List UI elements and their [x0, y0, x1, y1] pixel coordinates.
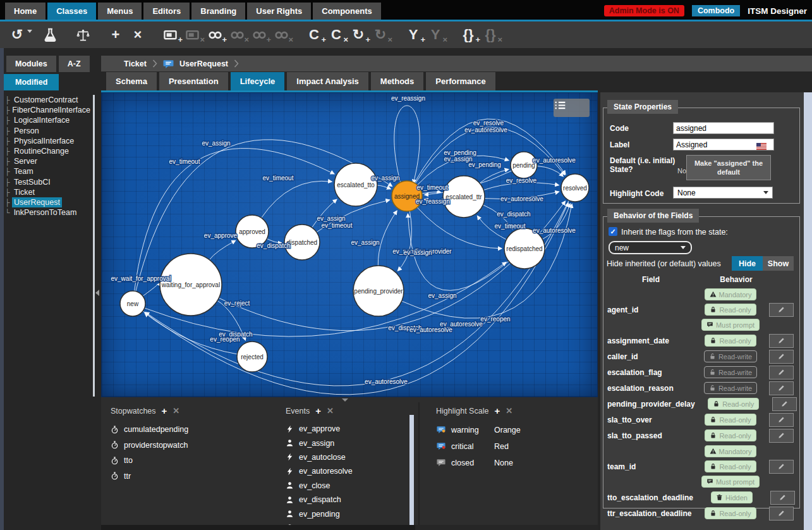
- link-add-button[interactable]: +: [205, 25, 224, 45]
- brand-badge[interactable]: Combodo: [692, 5, 740, 16]
- tab-presentation[interactable]: Presentation: [159, 72, 228, 90]
- transition-new-waiting_for_approval[interactable]: [143, 285, 157, 296]
- transition-escalated_tto-assigned[interactable]: [377, 185, 391, 189]
- edit-flags-button-team_id[interactable]: [769, 460, 794, 474]
- breadcrumb-current[interactable]: UserRequest: [179, 59, 228, 68]
- right-panel-scrollbar[interactable]: [804, 92, 812, 530]
- add-event-button[interactable]: +: [315, 405, 321, 416]
- transition-pending_provider-resolved[interactable]: [402, 204, 573, 319]
- remove-event-button[interactable]: ✕: [327, 406, 334, 416]
- top-tab-menus[interactable]: Menus: [98, 3, 142, 20]
- stopwatch-item-cumulatedpending[interactable]: cumulatedpending: [111, 422, 188, 438]
- sidebar-collapse-handle[interactable]: [95, 290, 99, 296]
- class-item-team[interactable]: ├Team: [5, 166, 92, 176]
- stopwatch-item-tto[interactable]: tto: [111, 453, 188, 469]
- braces-add-button[interactable]: {}+: [459, 25, 478, 45]
- inherit-flags-checkbox[interactable]: ✓: [609, 227, 617, 236]
- event-item-ev_assign[interactable]: ev_assign: [286, 436, 373, 450]
- sidebar-tab-modified[interactable]: Modified: [4, 74, 59, 90]
- delete-button[interactable]: ×: [128, 25, 147, 45]
- transition-waiting_for_approval-approved[interactable]: [209, 240, 235, 259]
- highlight-code-select[interactable]: None: [673, 187, 773, 199]
- remove-highlight-button[interactable]: ✕: [506, 406, 512, 416]
- horizontal-scroll-track[interactable]: [101, 525, 415, 530]
- transition-approved-escalated_tto[interactable]: [262, 181, 332, 218]
- add-button[interactable]: +: [106, 25, 125, 45]
- event-item-ev_dispatch[interactable]: ev_dispatch: [286, 493, 373, 507]
- stopwatch-item-providerstopwatch[interactable]: providerstopwatch: [111, 438, 188, 453]
- event-item-ev_pending[interactable]: ev_pending: [286, 507, 373, 521]
- transition-escalated_ttr-pending[interactable]: [480, 169, 509, 183]
- class-item-routinechange[interactable]: ├RoutineChange: [5, 146, 92, 156]
- diagram-collapse-strip[interactable]: [101, 397, 598, 402]
- event-item-ev_approve[interactable]: ev_approve: [286, 422, 373, 436]
- lifecycle-add-button[interactable]: ↻+: [349, 25, 368, 45]
- edit-flags-button-pending_provider_delay[interactable]: [772, 397, 797, 411]
- transition-pending-resolved[interactable]: [537, 166, 563, 177]
- edit-flags-button-ttr_escalation_deadline[interactable]: [769, 507, 794, 521]
- diagram-menu-button[interactable]: [554, 99, 590, 117]
- edit-flags-button-tto_escalation_deadline[interactable]: [770, 491, 795, 505]
- code-input[interactable]: [673, 122, 774, 134]
- class-item-lnkpersontoteam[interactable]: └lnkPersonToTeam: [5, 207, 92, 218]
- class-add-button[interactable]: C+: [305, 25, 324, 45]
- us-flag-icon[interactable]: [756, 141, 767, 148]
- transition-self-assigned[interactable]: [394, 106, 420, 183]
- tab-lifecycle[interactable]: Lifecycle: [231, 72, 285, 90]
- transition-assigned-resolved[interactable]: [415, 127, 565, 183]
- tab-performance[interactable]: Performance: [426, 72, 495, 90]
- events-scrollbar[interactable]: [409, 415, 414, 525]
- edit-flags-button-escalation_flag[interactable]: [769, 366, 794, 379]
- class-item-testsubci[interactable]: ├TestSubCI: [5, 177, 92, 187]
- inherit-state-select[interactable]: new: [609, 241, 692, 254]
- make-default-button[interactable]: Make "assigned" the default: [686, 155, 771, 180]
- event-item-ev_autoresolve[interactable]: ev_autoresolve: [286, 464, 373, 478]
- top-tab-classes[interactable]: Classes: [47, 3, 96, 20]
- sidebar-scrollbar[interactable]: [93, 95, 95, 397]
- transition-assigned-pending_provider[interactable]: [397, 211, 411, 271]
- add-highlight-button[interactable]: +: [494, 405, 500, 416]
- lifecycle-diagram[interactable]: newwaiting_for_approvalapproveddispatche…: [101, 92, 598, 397]
- top-tab-components[interactable]: Components: [313, 3, 380, 20]
- top-tab-editors[interactable]: Editors: [143, 3, 190, 20]
- tab-methods[interactable]: Methods: [371, 72, 423, 90]
- stopwatch-item-ttr[interactable]: ttr: [111, 469, 188, 484]
- tab-impact-analysis[interactable]: Impact Analysis: [287, 72, 368, 90]
- highlight-item-warning[interactable]: warningOrange: [436, 422, 521, 438]
- top-tab-home[interactable]: Home: [5, 3, 45, 20]
- event-item-ev_autoclose[interactable]: ev_autoclose: [286, 450, 373, 464]
- edit-flags-button-sla_tto_passed[interactable]: [769, 429, 794, 443]
- remove-stopwatch-button[interactable]: ✕: [173, 406, 179, 416]
- class-item-server[interactable]: ├Server: [5, 156, 92, 166]
- undo-button[interactable]: ↺: [8, 25, 27, 45]
- highlight-item-closed[interactable]: closedNone: [436, 455, 521, 471]
- class-item-person[interactable]: ├Person: [5, 126, 92, 136]
- show-button[interactable]: Show: [763, 256, 794, 271]
- edit-flags-button-sla_tto_over[interactable]: [769, 413, 794, 427]
- edit-flags-button-caller_id[interactable]: [769, 350, 794, 364]
- sidebar-tab-modules[interactable]: Modules: [6, 56, 56, 72]
- breadcrumb-root[interactable]: Ticket: [124, 59, 147, 68]
- top-tab-user-rights[interactable]: User Rights: [247, 3, 311, 20]
- transition-pending_provider-assigned[interactable]: [378, 211, 397, 266]
- edit-flags-button-agent_id[interactable]: [769, 303, 794, 317]
- edit-flags-button-assignment_date[interactable]: [769, 334, 794, 348]
- class-remove-button[interactable]: C×: [327, 25, 346, 45]
- edit-flags-button-escalation_reason[interactable]: [769, 381, 794, 395]
- flask-button[interactable]: [40, 25, 59, 45]
- relation-add-button[interactable]: Y+: [404, 25, 423, 45]
- class-item-physicalinterface[interactable]: ├PhysicalInterface: [5, 136, 92, 146]
- top-tab-branding[interactable]: Branding: [191, 3, 245, 20]
- class-item-ticket[interactable]: ├Ticket: [5, 187, 92, 197]
- class-item-customercontract[interactable]: ├CustomerContract: [5, 95, 92, 105]
- class-item-userrequest[interactable]: ├UserRequest: [5, 197, 92, 207]
- class-item-fiberchannelinterface[interactable]: ├FiberChannelInterface: [5, 105, 92, 115]
- sidebar-tab-a-z[interactable]: A-Z: [59, 56, 90, 72]
- hide-button[interactable]: Hide: [732, 256, 763, 271]
- tab-schema[interactable]: Schema: [106, 72, 157, 90]
- scales-button[interactable]: [73, 25, 92, 45]
- event-item-ev_close[interactable]: ev_close: [286, 479, 373, 493]
- add-stopwatch-button[interactable]: +: [162, 405, 167, 416]
- highlight-item-critical[interactable]: criticalRed: [436, 438, 521, 455]
- class-item-logicalinterface[interactable]: ├LogicalInterface: [5, 115, 92, 125]
